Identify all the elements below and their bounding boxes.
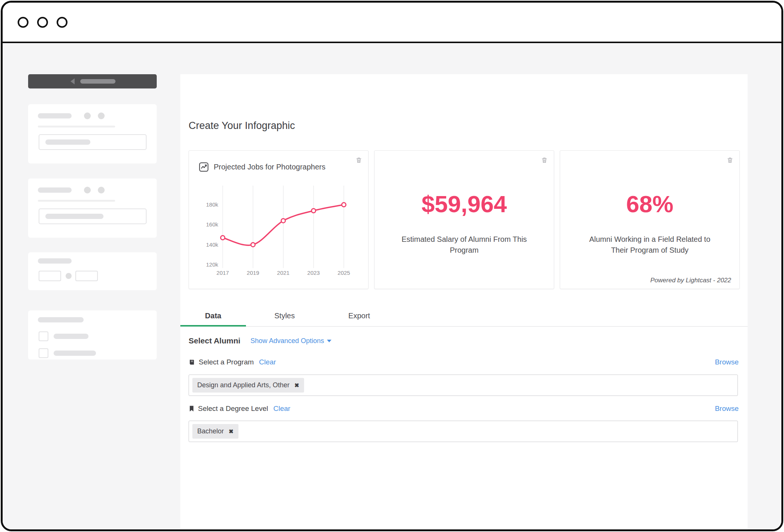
- skeleton-input: [39, 134, 147, 150]
- skeleton-dot: [84, 187, 91, 193]
- chevron-down-icon: [327, 340, 331, 342]
- degree-browse-link[interactable]: Browse: [715, 405, 739, 413]
- projected-jobs-chart: 120k140k160k180k20172019202120232025: [189, 173, 369, 286]
- chart-card-header: Projected Jobs for Photographers: [199, 162, 325, 172]
- skeleton-bar: [38, 113, 72, 118]
- svg-text:160k: 160k: [206, 221, 218, 228]
- sidebar-skeleton-card: [28, 252, 157, 290]
- window-control-icon[interactable]: [37, 17, 48, 28]
- program-tag: Design and Applied Arts, Other ✖: [192, 378, 304, 393]
- program-browse-link[interactable]: Browse: [715, 358, 739, 366]
- svg-text:2019: 2019: [247, 270, 259, 276]
- powered-by-attribution: Powered by Lightcast - 2022: [651, 277, 731, 284]
- skeleton-dot: [84, 112, 91, 119]
- chart-title: Projected Jobs for Photographers: [214, 163, 325, 171]
- sidebar-skeleton-card: [28, 178, 157, 238]
- skeleton-bar: [45, 139, 90, 145]
- degree-select-input[interactable]: Bachelor ✖: [189, 421, 738, 442]
- svg-text:180k: 180k: [206, 201, 218, 208]
- skeleton-bar: [38, 187, 72, 193]
- delete-card-button[interactable]: [540, 155, 549, 166]
- skeleton-input: [39, 208, 147, 224]
- infographic-cards: Projected Jobs for Photographers 120k140…: [189, 150, 740, 289]
- back-button[interactable]: [28, 74, 157, 88]
- svg-text:2017: 2017: [216, 270, 229, 276]
- screenshot-stage: Create Your Infographic: [0, 0, 784, 532]
- program-clear-link[interactable]: Clear: [259, 358, 276, 366]
- percent-card: 68% Alumni Working in a Field Related to…: [560, 150, 740, 289]
- skeleton-bar: [54, 334, 88, 339]
- percent-caption: Alumni Working in a Field Related to The…: [583, 234, 716, 256]
- skeleton-checkbox: [39, 331, 48, 341]
- line-chart-icon: [199, 162, 209, 172]
- trash-icon: [355, 157, 362, 163]
- book-icon: [189, 359, 195, 366]
- salary-value: $59,964: [375, 190, 554, 217]
- tabs-bar: Data Styles Export: [180, 305, 748, 327]
- skeleton-box: [39, 271, 61, 281]
- percent-value: 68%: [560, 190, 739, 217]
- skeleton-bar: [38, 317, 84, 322]
- degree-tag-label: Bachelor: [197, 427, 224, 435]
- svg-text:2025: 2025: [337, 270, 350, 276]
- window-control-icon[interactable]: [18, 17, 28, 28]
- skeleton-dot: [98, 112, 105, 119]
- remove-tag-icon[interactable]: ✖: [229, 429, 234, 434]
- select-alumni-header: Select Alumni Show Advanced Options: [189, 336, 331, 345]
- skeleton-line: [38, 200, 115, 202]
- program-label: Select a Program: [199, 358, 254, 366]
- page-title: Create Your Infographic: [189, 120, 295, 132]
- skeleton-row: [38, 112, 105, 119]
- trash-icon: [727, 157, 733, 163]
- chevron-left-icon: [70, 78, 75, 84]
- skeleton-bar: [80, 79, 115, 84]
- skeleton-bar: [45, 214, 103, 219]
- tab-data[interactable]: Data: [180, 305, 246, 326]
- sidebar-skeleton-card: [28, 310, 157, 360]
- bookmark-icon: [189, 405, 195, 412]
- window-control-icon[interactable]: [57, 17, 67, 28]
- skeleton-bar: [54, 351, 96, 356]
- svg-text:120k: 120k: [206, 261, 218, 268]
- skeleton-bar: [38, 258, 72, 264]
- skeleton-dot: [66, 273, 72, 279]
- skeleton-box: [75, 271, 98, 281]
- skeleton-dot: [98, 187, 105, 193]
- tab-export[interactable]: Export: [323, 305, 395, 326]
- salary-caption: Estimated Salary of Alumni From This Pro…: [398, 234, 531, 256]
- tab-styles[interactable]: Styles: [246, 305, 323, 326]
- skeleton-checkbox: [39, 348, 48, 358]
- svg-text:2023: 2023: [307, 270, 320, 276]
- main-panel: Create Your Infographic: [180, 74, 748, 529]
- degree-field-row: Select a Degree Level Clear Browse: [189, 405, 739, 413]
- delete-card-button[interactable]: [725, 155, 735, 166]
- salary-card: $59,964 Estimated Salary of Alumni From …: [374, 150, 554, 289]
- svg-text:2021: 2021: [277, 270, 289, 276]
- trash-icon: [541, 157, 548, 163]
- degree-clear-link[interactable]: Clear: [273, 405, 290, 413]
- program-field-row: Select a Program Clear Browse: [189, 358, 739, 366]
- svg-text:140k: 140k: [206, 241, 218, 248]
- chart-card: Projected Jobs for Photographers 120k140…: [189, 150, 369, 289]
- degree-tag: Bachelor ✖: [192, 424, 238, 439]
- browser-window: Create Your Infographic: [1, 1, 783, 531]
- select-alumni-heading: Select Alumni: [189, 336, 240, 345]
- sidebar-skeleton-card: [28, 104, 157, 163]
- degree-label: Select a Degree Level: [198, 405, 268, 413]
- show-advanced-options-label: Show Advanced Options: [250, 337, 324, 345]
- program-tag-label: Design and Applied Arts, Other: [197, 381, 289, 389]
- window-body: Create Your Infographic: [3, 43, 781, 529]
- skeleton-row: [38, 187, 105, 193]
- skeleton-line: [38, 126, 115, 127]
- window-titlebar: [3, 3, 781, 43]
- delete-card-button[interactable]: [354, 155, 364, 166]
- show-advanced-options-link[interactable]: Show Advanced Options: [250, 337, 331, 345]
- program-select-input[interactable]: Design and Applied Arts, Other ✖: [189, 375, 738, 396]
- remove-tag-icon[interactable]: ✖: [294, 382, 299, 388]
